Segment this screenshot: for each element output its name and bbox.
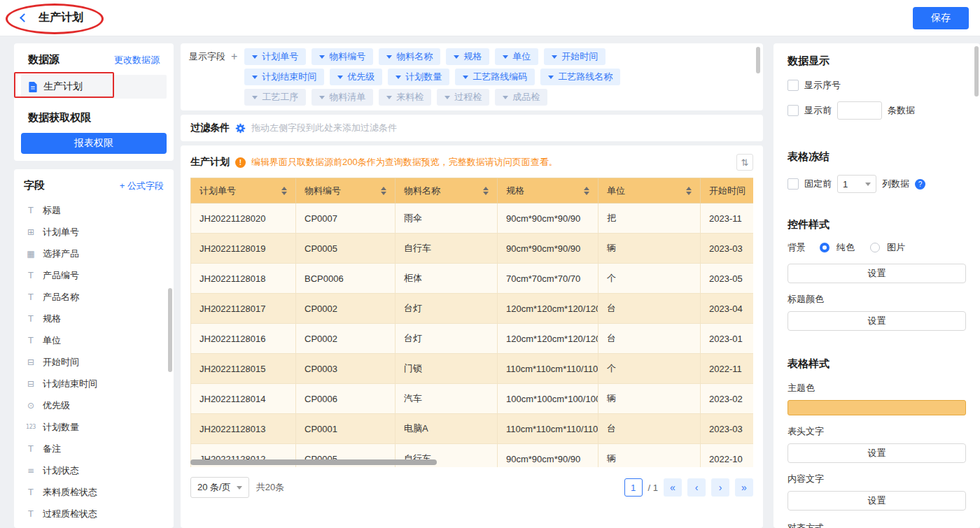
column-sort-icon[interactable] — [584, 187, 589, 195]
display-field-chip[interactable]: 来料检 — [379, 89, 431, 106]
table-row[interactable]: JH20221128013CP0001电脑A110cm*110cm*110/11… — [191, 414, 754, 444]
field-item[interactable]: ⊟计划结束时间 — [14, 373, 174, 394]
table-row[interactable]: JH20221128019CP0005自行车90cm*90cm*90/90辆20… — [191, 234, 754, 264]
field-item[interactable]: T标题 — [14, 199, 174, 221]
display-field-chip[interactable]: 优先级 — [330, 69, 382, 85]
column-sort-icon[interactable] — [483, 187, 489, 195]
save-button[interactable]: 保存 — [913, 7, 969, 29]
date-field-icon: ⊟ — [25, 379, 36, 389]
field-item[interactable]: ▦选择产品 — [14, 243, 174, 264]
display-fields-box: 显示字段 + 计划单号物料编号物料名称规格单位开始时间计划结束时间优先级计划数量… — [181, 43, 763, 110]
column-sort-icon[interactable] — [281, 187, 287, 195]
chip-label: 单位 — [512, 50, 531, 63]
display-field-chip[interactable]: 成品检 — [495, 89, 547, 106]
row-sort-button[interactable]: ⇅ — [736, 154, 753, 171]
column-sort-icon[interactable] — [686, 187, 692, 195]
table-row[interactable]: JH20221128017CP0002台灯120cm*120cm*120/120… — [191, 294, 754, 324]
table-cell: 90cm*90cm*90/90 — [498, 444, 598, 468]
datasource-item[interactable]: 生产计划 — [21, 75, 167, 99]
column-sort-icon[interactable] — [381, 187, 386, 195]
fields-scrollbar[interactable] — [168, 288, 172, 372]
display-field-chip[interactable]: 规格 — [446, 48, 489, 65]
column-header[interactable]: 物料编号 — [296, 178, 396, 204]
report-permission-button[interactable]: 报表权限 — [21, 133, 167, 154]
horizontal-scrollbar[interactable] — [190, 459, 437, 465]
field-item[interactable]: T过程质检状态 — [14, 503, 174, 525]
permission-title: 数据获取权限 — [21, 111, 167, 124]
show-first-count-input[interactable] — [837, 101, 882, 120]
display-field-chip[interactable]: 计划单号 — [244, 48, 306, 65]
column-header[interactable]: 规格 — [498, 178, 598, 204]
content-text-set-button[interactable]: 设置 — [788, 491, 966, 511]
column-header[interactable]: 开始时间 — [701, 178, 754, 204]
column-header[interactable]: 单位 — [598, 178, 701, 204]
settings-scrollbar[interactable] — [974, 46, 979, 97]
display-field-chip[interactable]: 工艺路线编码 — [455, 69, 535, 85]
field-item[interactable]: T来料质检状态 — [14, 481, 174, 503]
chip-label: 工艺路线编码 — [472, 71, 527, 83]
field-item-label: 单位 — [43, 334, 61, 347]
table-cell: 2023-11 — [701, 204, 754, 234]
display-field-chip[interactable]: 单位 — [495, 48, 538, 65]
pagination: 20 条/页 共20条 1 / 1 « ‹ › » — [190, 477, 753, 498]
filter-bar[interactable]: 过滤条件 拖动左侧字段到此处来添加过滤条件 — [181, 115, 763, 141]
next-page-button[interactable]: › — [711, 478, 729, 497]
background-set-button[interactable]: 设置 — [788, 264, 966, 283]
freeze-checkbox[interactable] — [788, 178, 799, 190]
column-header[interactable]: 计划单号 — [191, 178, 296, 204]
table-cell: CP0006 — [296, 384, 396, 414]
display-field-chip[interactable]: 工艺路线名称 — [540, 69, 620, 85]
table-row[interactable]: JH20221128014CP0006汽车100cm*100cm*100/100… — [191, 384, 754, 414]
help-icon[interactable]: ? — [915, 179, 925, 190]
title-color-set-button[interactable]: 设置 — [788, 311, 966, 331]
field-item[interactable]: 123计划数量 — [14, 416, 174, 438]
back-button[interactable] — [21, 15, 27, 21]
field-item[interactable]: T规格 — [14, 308, 174, 329]
table-row[interactable]: JH20221128020CP0007雨伞90cm*90cm*90/90把202… — [191, 204, 754, 234]
field-item[interactable]: ⊙优先级 — [14, 394, 174, 416]
current-page-box[interactable]: 1 — [624, 478, 643, 497]
page-size-select[interactable]: 20 条/页 — [190, 477, 249, 498]
table-row[interactable]: JH20221128016CP0002台灯120cm*120cm*120/120… — [191, 324, 754, 354]
show-first-checkbox[interactable] — [788, 105, 799, 116]
display-field-chip[interactable]: 物料名称 — [379, 48, 440, 65]
prev-page-button[interactable]: ‹ — [687, 478, 706, 497]
theme-color-swatch[interactable] — [788, 400, 966, 415]
add-formula-field-link[interactable]: + 公式字段 — [120, 180, 164, 192]
chip-label: 计划数量 — [405, 71, 442, 83]
image-radio[interactable] — [870, 243, 880, 252]
display-field-chip[interactable]: 过程检 — [437, 89, 489, 106]
add-display-field-button[interactable]: + — [231, 48, 237, 65]
image-label: 图片 — [887, 241, 905, 254]
display-field-chip[interactable]: 工艺工序 — [244, 89, 306, 106]
chip-row: 计划单号物料编号物料名称规格单位开始时间 — [244, 48, 746, 65]
field-item[interactable]: T单位 — [14, 329, 174, 351]
chevron-down-icon — [865, 183, 871, 186]
column-header-label: 计划单号 — [200, 185, 236, 197]
display-field-chip[interactable]: 开始时间 — [544, 48, 606, 65]
field-item[interactable]: T产品名称 — [14, 286, 174, 308]
field-item[interactable]: ⊞计划单号 — [14, 221, 174, 243]
show-index-checkbox[interactable] — [788, 80, 799, 91]
header-text-set-button[interactable]: 设置 — [788, 443, 966, 463]
display-field-chip[interactable]: 计划数量 — [388, 69, 449, 85]
table-cell: 台 — [598, 294, 701, 324]
field-item[interactable]: T备注 — [14, 438, 174, 459]
field-item[interactable]: ≡计划状态 — [14, 459, 174, 481]
field-item[interactable]: ⊟开始时间 — [14, 351, 174, 373]
display-fields-scrollbar[interactable] — [756, 47, 760, 73]
table-row[interactable]: JH20221128015CP0003门锁110cm*110cm*110/110… — [191, 354, 754, 384]
chip-label: 优先级 — [347, 71, 374, 83]
solid-color-radio[interactable] — [820, 243, 830, 252]
table-row[interactable]: JH20221128018BCP0006柜体70cm*70cm*70/70个20… — [191, 264, 754, 294]
gear-icon[interactable] — [235, 123, 246, 134]
column-header[interactable]: 物料名称 — [396, 178, 498, 204]
last-page-button[interactable]: » — [735, 478, 753, 497]
display-field-chip[interactable]: 物料清单 — [312, 89, 373, 106]
field-item[interactable]: T产品编号 — [14, 264, 174, 286]
display-field-chip[interactable]: 计划结束时间 — [244, 69, 324, 85]
freeze-count-select[interactable]: 1 — [837, 175, 876, 193]
first-page-button[interactable]: « — [664, 478, 682, 497]
change-datasource-link[interactable]: 更改数据源 — [114, 54, 160, 66]
display-field-chip[interactable]: 物料编号 — [312, 48, 373, 65]
